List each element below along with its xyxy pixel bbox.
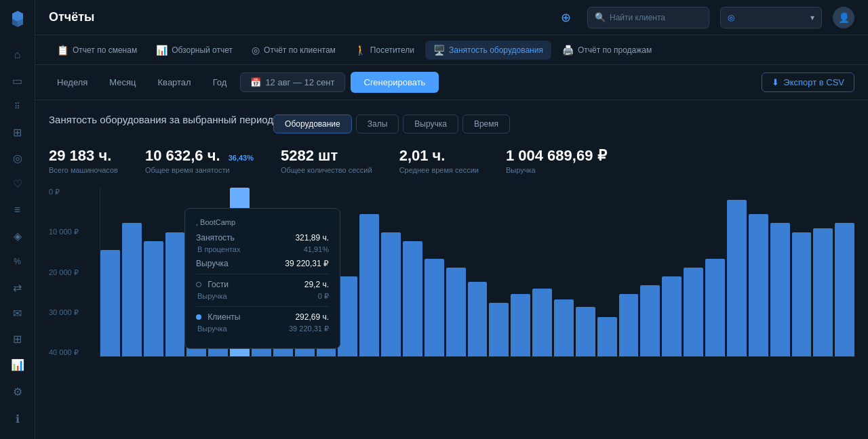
bar-item[interactable] bbox=[727, 200, 747, 356]
generate-button[interactable]: Сгенерировать bbox=[351, 72, 439, 93]
bar-item[interactable] bbox=[662, 276, 682, 356]
sidebar: ⌂ ▭ ⠿ ⊞ ◎ ♡ ≡ ◈ % ⇄ ✉ ⊞ 📊 ⚙ ℹ bbox=[0, 0, 35, 439]
tab-clients[interactable]: ◎ Отчёт по клиентам bbox=[243, 41, 344, 60]
search-input[interactable] bbox=[610, 13, 702, 22]
bar-item[interactable] bbox=[165, 232, 185, 356]
bar-item[interactable] bbox=[403, 241, 422, 356]
stat-busy-hours-label: Общее время занятости bbox=[145, 166, 254, 174]
tooltip-guests-row: Гости 29,2 ч. bbox=[196, 280, 329, 289]
tab-overview[interactable]: 📊 Обзорный отчет bbox=[148, 41, 241, 60]
sidebar-item-grid2[interactable]: ⊞ bbox=[5, 328, 30, 351]
tab-equipment[interactable]: 🖥️ Занятость оборудования bbox=[425, 41, 551, 60]
bar-item[interactable] bbox=[770, 223, 790, 356]
clients-dot bbox=[196, 314, 201, 320]
sidebar-item-menu[interactable]: ≡ bbox=[5, 198, 30, 222]
logo[interactable] bbox=[7, 8, 28, 30]
sidebar-item-message[interactable]: ✉ bbox=[5, 302, 30, 325]
stat-total-hours-value: 29 183 ч. bbox=[49, 147, 118, 165]
stat-revenue: 1 004 689,69 ₽ Выручка bbox=[506, 147, 607, 174]
clients-icon: ◎ bbox=[252, 45, 260, 56]
location-select[interactable]: ◎ ▾ bbox=[720, 7, 822, 28]
bar-item[interactable] bbox=[619, 294, 639, 356]
bar-item[interactable] bbox=[446, 268, 466, 356]
date-range-picker[interactable]: 📅 12 авг — 12 сент bbox=[240, 72, 344, 92]
user-avatar[interactable]: 👤 bbox=[833, 7, 854, 28]
sidebar-item-chart[interactable]: 📊 bbox=[5, 354, 30, 377]
y-label-0: 0 ₽ bbox=[49, 188, 96, 196]
view-time-button[interactable]: Время bbox=[462, 114, 510, 133]
tooltip-clients-row: Клиенты 292,69 ч. bbox=[196, 312, 329, 322]
sidebar-item-layout[interactable]: ⊞ bbox=[5, 121, 30, 144]
bar-item[interactable] bbox=[468, 282, 488, 356]
sidebar-item-location[interactable]: ◎ bbox=[5, 147, 30, 170]
bar-item[interactable] bbox=[554, 299, 574, 356]
bar-item[interactable] bbox=[705, 259, 725, 356]
tab-visitors-label: Посетители bbox=[370, 45, 414, 55]
bar-item[interactable] bbox=[749, 214, 768, 356]
sidebar-item-home[interactable]: ⌂ bbox=[5, 43, 30, 66]
tab-sales[interactable]: 🖨️ Отчёт по продажам bbox=[554, 41, 660, 60]
search-box[interactable]: 🔍 bbox=[587, 7, 709, 28]
tooltip-zajatost-row: Занятость 321,89 ч. bbox=[196, 233, 329, 243]
sidebar-item-heart[interactable]: ♡ bbox=[5, 173, 30, 196]
sidebar-item-grid[interactable]: ⠿ bbox=[5, 95, 30, 118]
stats-row: 29 183 ч. Всего машиночасов 10 632,6 ч. … bbox=[49, 147, 854, 174]
bar-item[interactable] bbox=[338, 276, 357, 356]
sidebar-item-target[interactable]: ◈ bbox=[5, 224, 30, 247]
tooltip-revenue-row: Выручка 39 220,31 ₽ bbox=[196, 259, 329, 268]
view-revenue-button[interactable]: Выручка bbox=[403, 114, 458, 133]
view-halls-button[interactable]: Залы bbox=[356, 114, 399, 133]
chevron-down-icon: ▾ bbox=[810, 13, 814, 22]
stat-busy-hours-value: 10 632,6 ч. 36,43% bbox=[145, 147, 254, 165]
tooltip-divider2 bbox=[196, 306, 329, 307]
tooltip-guests-sub-value: 0 ₽ bbox=[318, 292, 329, 301]
sidebar-item-percent[interactable]: % bbox=[5, 250, 30, 273]
bar-item[interactable] bbox=[684, 268, 703, 356]
bar-item[interactable] bbox=[835, 223, 854, 356]
period-week-button[interactable]: Неделя bbox=[49, 73, 96, 91]
bar-item[interactable] bbox=[640, 285, 660, 356]
stat-revenue-label: Выручка bbox=[506, 166, 607, 174]
sales-icon: 🖨️ bbox=[562, 45, 574, 56]
chart-container: 40 000 ₽ 30 000 ₽ 20 000 ₽ 10 000 ₽ 0 ₽ … bbox=[49, 188, 854, 377]
period-month-button[interactable]: Месяц bbox=[101, 73, 144, 91]
tooltip-title: , BootCamp bbox=[196, 218, 329, 226]
tab-sales-label: Отчёт по продажам bbox=[578, 45, 652, 55]
main-content: Отчёты ⊕ 🔍 ◎ ▾ 👤 📋 Отчет по сменам 📊 Обз… bbox=[35, 0, 868, 439]
bar-item[interactable] bbox=[359, 214, 379, 356]
bar-item[interactable] bbox=[381, 232, 401, 356]
tooltip-clients-sub-row: Выручка 39 220,31 ₽ bbox=[196, 325, 329, 333]
add-button[interactable]: ⊕ bbox=[555, 7, 576, 28]
bar-item[interactable] bbox=[597, 317, 617, 356]
bar-item[interactable] bbox=[122, 223, 142, 356]
export-label: Экспорт в CSV bbox=[783, 77, 844, 87]
sidebar-item-arrows[interactable]: ⇄ bbox=[5, 276, 30, 299]
bar-item[interactable] bbox=[489, 303, 509, 356]
sidebar-item-monitor[interactable]: ▭ bbox=[5, 69, 30, 92]
bar-item[interactable] bbox=[576, 307, 595, 356]
bar-item[interactable] bbox=[532, 289, 552, 356]
period-year-button[interactable]: Год bbox=[205, 73, 235, 91]
tab-shifts[interactable]: 📋 Отчет по сменам bbox=[49, 41, 145, 60]
tab-shifts-label: Отчет по сменам bbox=[73, 45, 137, 55]
chart-y-labels: 40 000 ₽ 30 000 ₽ 20 000 ₽ 10 000 ₽ 0 ₽ bbox=[49, 188, 96, 357]
location-icon: ◎ bbox=[728, 13, 734, 22]
bar-item[interactable] bbox=[144, 241, 163, 356]
tab-clients-label: Отчёт по клиентам bbox=[264, 45, 336, 55]
shifts-icon: 📋 bbox=[57, 45, 68, 56]
tab-visitors[interactable]: 🚶 Посетители bbox=[347, 41, 422, 60]
sidebar-item-settings[interactable]: ⚙ bbox=[5, 379, 30, 404]
stat-avg-time-label: Среднее время сессии bbox=[399, 166, 479, 174]
tooltip-guests-label: Гости bbox=[196, 280, 229, 289]
bar-item[interactable] bbox=[813, 228, 833, 356]
bar-item[interactable] bbox=[792, 232, 812, 356]
bar-item[interactable] bbox=[425, 259, 444, 356]
sidebar-item-info[interactable]: ℹ bbox=[5, 406, 30, 431]
view-equipment-button[interactable]: Оборудование bbox=[273, 114, 352, 133]
period-quarter-button[interactable]: Квартал bbox=[150, 73, 199, 91]
bar-item[interactable] bbox=[511, 294, 530, 356]
bar-item[interactable] bbox=[100, 250, 120, 356]
download-icon: ⬇ bbox=[772, 77, 779, 87]
stat-sessions: 5282 шт Общее количество сессий bbox=[281, 147, 372, 174]
export-button[interactable]: ⬇ Экспорт в CSV bbox=[762, 72, 854, 92]
